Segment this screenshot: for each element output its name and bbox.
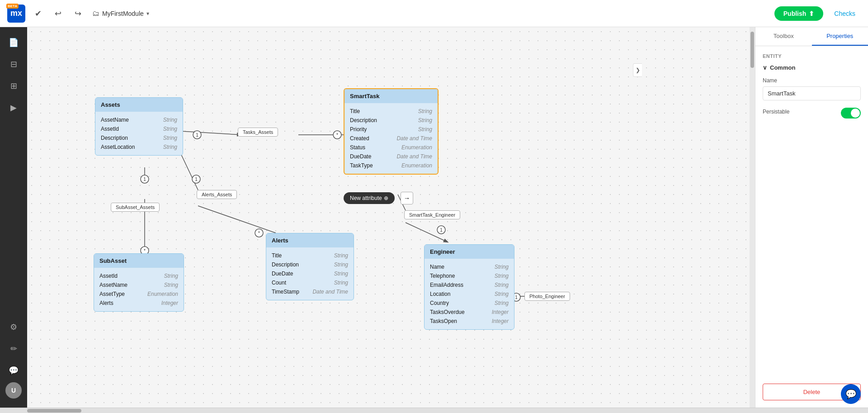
- undo-button[interactable]: ↩: [51, 6, 65, 21]
- check-icon-btn[interactable]: ✔: [31, 6, 45, 21]
- topbar: BETA mx ✔ ↩ ↪ 🗂 MyFirstModule ▾ Publish …: [0, 0, 868, 27]
- persistable-toggle[interactable]: [841, 108, 861, 119]
- svg-line-4: [181, 154, 198, 190]
- entity-assets-header: Assets: [95, 98, 183, 112]
- entity-alerts-header: Alerts: [266, 233, 354, 247]
- table-row: TaskType Enumeration: [344, 161, 438, 170]
- main-area: 📄 ⊟ ⊞ ▶ ⚙ ✏ 💬 U: [0, 27, 868, 408]
- svg-point-13: [141, 175, 149, 183]
- logo-text: mx: [10, 9, 22, 18]
- app-logo: BETA mx: [7, 5, 25, 23]
- canvas-scrollbar[interactable]: [0, 408, 868, 413]
- avatar[interactable]: U: [5, 382, 22, 399]
- sidebar-item-pages[interactable]: 📄: [4, 33, 24, 52]
- table-row: Name String: [425, 262, 514, 271]
- sidebar-item-play[interactable]: ▶: [4, 98, 24, 118]
- table-row: AssetName String: [95, 115, 183, 124]
- entity-subasset-header: SubAsset: [94, 254, 184, 268]
- table-row: DueDate Date and Time: [344, 152, 438, 161]
- new-attr-plus-icon: ⊕: [384, 195, 388, 201]
- rel-subasset-assets: SubAsset_Assets: [111, 203, 160, 212]
- table-row: EmailAddress String: [425, 280, 514, 290]
- table-row: Title String: [266, 251, 354, 260]
- table-row: Alerts Integer: [94, 299, 184, 308]
- entity-assets[interactable]: Assets AssetName String AssetId String D…: [95, 97, 183, 156]
- table-row: Created Date and Time: [344, 134, 438, 143]
- name-label: Name: [763, 77, 861, 84]
- table-row: Description String: [95, 133, 183, 142]
- right-panel: Toolbox Properties ENTITY ∨ Common Name …: [755, 27, 868, 408]
- svg-point-21: [437, 226, 445, 234]
- checks-button[interactable]: Checks: [829, 6, 861, 21]
- svg-line-0: [181, 131, 241, 135]
- table-row: AssetId String: [95, 124, 183, 133]
- sidebar: 📄 ⊟ ⊞ ▶ ⚙ ✏ 💬 U: [0, 27, 27, 408]
- name-input[interactable]: [763, 86, 861, 100]
- table-row: TasksOverdue Integer: [425, 308, 514, 317]
- panel-content: ENTITY ∨ Common Name Persistable: [755, 46, 868, 384]
- module-icon: 🗂: [92, 9, 99, 18]
- scrollbar-thumb: [27, 409, 81, 413]
- svg-text:1: 1: [196, 133, 198, 138]
- entity-assets-body: AssetName String AssetId String Descript…: [95, 112, 183, 155]
- table-row: Description String: [344, 116, 438, 125]
- panel-persistable-field: Persistable: [763, 108, 861, 119]
- navigate-arrow-button[interactable]: →: [401, 192, 413, 204]
- entity-engineer[interactable]: Engineer Name String Telephone String Em…: [424, 244, 514, 330]
- chevron-down-icon: ∨: [763, 64, 767, 71]
- table-row: TimeStamp Date and Time: [266, 287, 354, 296]
- tab-toolbox[interactable]: Toolbox: [755, 27, 812, 46]
- svg-text:1: 1: [195, 177, 198, 182]
- module-dropdown-arrow[interactable]: ▾: [146, 10, 149, 17]
- entity-smarttask-header: SmartTask: [344, 89, 438, 103]
- panel-name-field: Name: [763, 77, 861, 100]
- svg-text:1: 1: [143, 177, 146, 182]
- table-row: Country String: [425, 299, 514, 308]
- canvas[interactable]: 1 * 1 1 * * 1 1 Assets AssetName String: [27, 27, 755, 408]
- svg-point-15: [192, 175, 200, 183]
- panel-group-header[interactable]: ∨ Common: [763, 64, 861, 71]
- panel-collapse-button[interactable]: ❯: [633, 63, 642, 77]
- table-row: Description String: [266, 260, 354, 269]
- table-row: TasksOpen Integer: [425, 317, 514, 326]
- sidebar-item-comment[interactable]: 💬: [4, 361, 24, 380]
- entity-subasset-body: AssetId String AssetName String AssetTyp…: [94, 268, 184, 311]
- rel-tasks-assets: Tasks_Assets: [238, 128, 278, 137]
- table-row: Location String: [425, 290, 514, 299]
- sidebar-item-settings[interactable]: ⚙: [4, 317, 24, 337]
- svg-line-5: [198, 206, 276, 233]
- new-attribute-button[interactable]: New attribute ⊕: [344, 192, 395, 204]
- connections-svg: 1 * 1 1 * * 1 1: [27, 27, 755, 408]
- module-title: MyFirstModule: [102, 10, 144, 17]
- sidebar-item-components[interactable]: ⊞: [4, 76, 24, 96]
- entity-engineer-header: Engineer: [425, 245, 514, 259]
- table-row: AssetType Enumeration: [94, 290, 184, 299]
- entity-subasset[interactable]: SubAsset AssetId String AssetName String…: [94, 253, 184, 312]
- entity-smarttask[interactable]: SmartTask Title String Description Strin…: [344, 88, 439, 175]
- table-row: AssetLocation String: [95, 142, 183, 152]
- panel-tabs: Toolbox Properties: [755, 27, 868, 46]
- sidebar-item-brush[interactable]: ✏: [4, 339, 24, 359]
- module-name-area: 🗂 MyFirstModule ▾: [92, 9, 149, 18]
- tab-properties[interactable]: Properties: [812, 27, 868, 46]
- table-row: DueDate String: [266, 269, 354, 278]
- table-row: Priority String: [344, 125, 438, 134]
- svg-point-11: [333, 131, 341, 139]
- sidebar-item-layers[interactable]: ⊟: [4, 54, 24, 74]
- entity-alerts[interactable]: Alerts Title String Description String D…: [266, 233, 354, 300]
- canvas-vscroll[interactable]: [750, 27, 755, 408]
- table-row: Telephone String: [425, 271, 514, 280]
- table-row: Status Enumeration: [344, 143, 438, 152]
- entity-alerts-body: Title String Description String DueDate …: [266, 247, 354, 300]
- publish-button[interactable]: Publish ⬆: [774, 6, 824, 21]
- redo-button[interactable]: ↪: [71, 6, 85, 21]
- svg-text:*: *: [258, 231, 260, 236]
- svg-text:*: *: [336, 133, 338, 138]
- entity-smarttask-body: Title String Description String Priority…: [344, 103, 438, 174]
- chat-bubble-button[interactable]: 💬: [841, 384, 861, 404]
- entity-engineer-body: Name String Telephone String EmailAddres…: [425, 259, 514, 329]
- panel-section-title: ENTITY: [763, 53, 861, 59]
- vscroll-thumb: [750, 32, 754, 68]
- svg-point-19: [255, 229, 263, 237]
- persistable-label: Persistable: [763, 109, 789, 115]
